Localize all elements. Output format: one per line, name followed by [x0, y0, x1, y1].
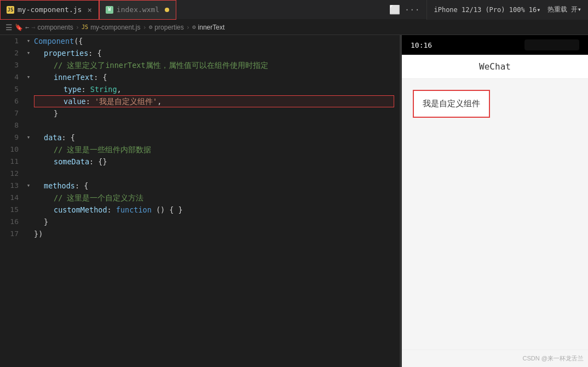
gutter: ▾▾▾▾▾: [23, 35, 34, 240]
tab-actions: ⬜ ···: [383, 4, 426, 15]
token-punc: ({: [74, 35, 83, 47]
token-prop: innerText: [54, 71, 94, 83]
code-line: }): [34, 228, 394, 240]
line-number: 15: [4, 204, 19, 216]
breadcrumb-item-components[interactable]: components: [37, 24, 73, 31]
line-number: 10: [4, 144, 19, 156]
tab-index-wxml[interactable]: W index.wxml: [99, 0, 176, 20]
fold-icon: [23, 204, 34, 216]
fold-icon: [23, 168, 34, 180]
component-text: 我是自定义组件: [423, 99, 480, 108]
code-line: [34, 119, 394, 131]
token-punc: : {}: [89, 156, 107, 168]
fold-icon[interactable]: ▾: [23, 131, 34, 144]
phone-nav-title: WeChat: [479, 61, 511, 72]
token-cmt: // 这里是一个自定义方法: [54, 192, 143, 204]
token-prop: data: [44, 131, 62, 144]
code-line: someData: {}: [34, 156, 394, 168]
token-type-name: String: [90, 83, 117, 95]
breadcrumb-icon-prop2: ⚙: [192, 24, 196, 31]
tab-my-component-js[interactable]: JS my-component.js ×: [0, 0, 99, 20]
code-line: data: {: [34, 131, 394, 144]
line-number: 16: [4, 216, 19, 228]
line-number: 3: [4, 59, 19, 71]
token-prop: properties: [44, 47, 88, 59]
main-content: 1234567891011121314151617 ▾▾▾▾▾ Componen…: [0, 35, 588, 367]
tab-bar: JS my-component.js × W index.wxml ⬜ ··· …: [0, 0, 588, 20]
fold-icon: [23, 83, 34, 95]
breadcrumb-item-file[interactable]: my-component.js: [90, 24, 140, 31]
fold-icon: [23, 228, 34, 240]
wxml-icon: W: [106, 6, 113, 14]
more-icon[interactable]: ···: [405, 5, 420, 14]
phone-screen: 10:16 WeChat 我是自定义组件 CSDN @来一杯龙舌兰: [402, 35, 588, 367]
breadcrumb-forward-icon[interactable]: →: [31, 24, 35, 31]
line-number: 1: [4, 35, 19, 47]
token-punc: ,: [117, 83, 122, 95]
token-punc: :: [82, 83, 90, 95]
tab-close-1[interactable]: ×: [87, 5, 91, 14]
phone-time: 10:16: [411, 41, 432, 49]
code-line: type: String,: [34, 83, 394, 95]
breadcrumb-sep-3: ›: [186, 24, 190, 31]
line-number: 4: [4, 71, 19, 83]
fold-icon: [23, 144, 34, 156]
token-punc: : {: [94, 71, 107, 83]
code-line: }: [34, 107, 394, 119]
fold-icon: [23, 95, 34, 107]
token-punc: : {: [88, 47, 101, 59]
line-number: 9: [4, 131, 19, 144]
token-kw: function: [116, 204, 152, 216]
code-editor[interactable]: 1234567891011121314151617 ▾▾▾▾▾ Componen…: [0, 35, 400, 367]
fold-icon[interactable]: ▾: [23, 180, 34, 192]
breadcrumb: ☰ 🔖 ← → components › JS my-component.js …: [0, 20, 588, 35]
line-number: 12: [4, 168, 19, 180]
fold-icon: [23, 119, 34, 131]
footer-text: CSDN @来一杯龙舌兰: [523, 355, 584, 362]
phone-status-right: [524, 39, 579, 50]
breadcrumb-icon-prop: ⚙: [149, 24, 153, 31]
fold-icon[interactable]: ▾: [23, 71, 34, 83]
code-line: customMethod: function () { }: [34, 204, 394, 216]
token-prop: someData: [54, 156, 89, 168]
token-punc: :: [86, 95, 95, 107]
token-punc: () { }: [152, 204, 183, 216]
split-editor-icon[interactable]: ⬜: [389, 4, 400, 15]
code-line: // 这里是一些组件内部数据: [34, 144, 394, 156]
phone-preview: 10:16 WeChat 我是自定义组件 CSDN @来一杯龙舌兰: [402, 35, 588, 367]
fold-icon[interactable]: ▾: [23, 47, 34, 59]
breadcrumb-icon-js: JS: [82, 24, 88, 30]
fold-icon[interactable]: ▾: [23, 35, 34, 47]
breadcrumb-back-icon[interactable]: ←: [25, 24, 29, 31]
token-prop: value: [64, 95, 86, 107]
breadcrumb-item-innertext[interactable]: innerText: [198, 24, 225, 31]
token-punc: ,: [157, 95, 162, 107]
tab-modified-dot: [165, 8, 169, 12]
breadcrumb-sep-2: ›: [143, 24, 147, 31]
fold-icon: [23, 107, 34, 119]
line-number: 5: [4, 83, 19, 95]
token-prop: methods: [44, 180, 75, 192]
line-number: 6: [4, 95, 19, 107]
line-numbers: 1234567891011121314151617: [0, 35, 23, 240]
token-punc: }: [54, 107, 58, 119]
code-line: Component({: [34, 35, 394, 47]
line-number: 13: [4, 180, 19, 192]
code-line: // 这里是一个自定义方法: [34, 192, 394, 204]
device-selector[interactable]: iPhone 12/13 (Pro) 100% 16▾: [434, 6, 540, 14]
token-punc: : {: [75, 180, 88, 192]
breadcrumb-item-properties[interactable]: properties: [154, 24, 183, 31]
code-line: // 这里定义了innerText属性，属性值可以在组件使用时指定: [34, 59, 394, 71]
tab-label-2: index.wxml: [117, 5, 159, 14]
breadcrumb-menu-icon[interactable]: ☰: [5, 23, 13, 32]
code-line: }: [34, 216, 394, 228]
token-str: '我是自定义组件': [95, 95, 157, 107]
line-number: 14: [4, 192, 19, 204]
token-punc: :: [107, 204, 116, 216]
token-prop: type: [64, 83, 82, 95]
breadcrumb-sep-1: ›: [76, 24, 79, 31]
line-number: 8: [4, 119, 19, 131]
hot-reload-button[interactable]: 热重载 开▾: [547, 5, 581, 14]
code-line: innerText: {: [34, 71, 394, 83]
code-line: properties: {: [34, 47, 394, 59]
